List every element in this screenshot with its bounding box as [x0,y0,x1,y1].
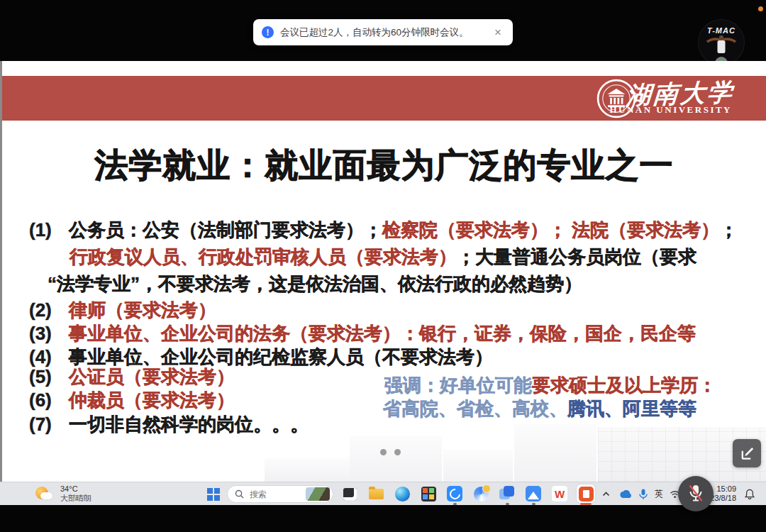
info-icon: ! [262,26,274,38]
close-icon[interactable]: × [492,25,504,40]
avatar-name: T-MAC [707,26,736,35]
app-icon-tencent-meeting[interactable] [445,484,464,503]
page-indicator-dot [380,449,387,455]
app-icon-docs[interactable] [498,484,516,503]
slide-banner: 湖南大学 HUNAN UNIVERSITY [2,76,766,121]
list-item: (3)事业单位、企业公司的法务（要求法考）：银行，证券，保险，国企，民企等 [29,321,696,346]
app-icon-mountain-app[interactable] [524,484,543,503]
emphasis-line: 省高院、省检、高校、腾讯、阿里等等 [383,397,696,421]
annotation-button[interactable] [733,439,761,467]
slide-title: 法学就业：就业面最为广泛的专业之一 [2,143,766,188]
building-watermark [350,436,442,482]
muted-mic-icon [687,484,704,504]
tray-onedrive-icon[interactable] [618,482,633,506]
app-icon-browser[interactable] [472,484,490,503]
list-item: (6)仲裁员（要求法考） [29,388,235,413]
weather-temp: 34°C [60,484,91,494]
list-item: (2)律师（要求法考） [29,298,216,323]
app-icon-wps[interactable]: W [550,484,569,503]
meeting-toast: ! 会议已超过2人，自动转为60分钟限时会议。 × [253,19,513,45]
app-icon-presentation-active[interactable] [577,484,595,503]
weather-icon [35,485,54,502]
screen: ! 会议已超过2人，自动转为60分钟限时会议。 × T-MAC 何宁的屏幕共享 [0,0,766,532]
search-icon [235,489,244,499]
list-item: “法学专业”，不要求法考，这是依法治国、依法行政的必然趋势） [48,272,582,297]
list-item: (7)一切非自然科学的岗位。。。 [29,412,309,437]
list-item: (5)公证员（要求法考） [29,365,235,389]
list-item: (1)公务员：公安（法制部门要求法考）；检察院（要求法考）； 法院（要求法考）； [29,218,738,243]
list-item: 行政复议人员、行政处罚审核人员（要求法考）；大量普通公务员岗位（要求 [70,245,696,270]
page-indicator-dot [394,449,401,455]
app-icon-store-grid[interactable] [419,484,438,503]
app-icon-file-explorer[interactable] [367,484,385,503]
taskbar-weather-widget[interactable]: 34°C 大部晴朗 [35,484,91,503]
weather-desc: 大部晴朗 [60,494,91,503]
emphasis-line: 强调：好单位可能要求硕士及以上学历： [384,373,716,398]
taskbar: 34°C 大部晴朗 W [0,482,766,505]
building-watermark [265,458,350,482]
pencil-annotate-icon [739,445,755,462]
player-figure-icon [705,35,738,56]
app-icon-task-view[interactable] [340,484,359,503]
tray-input-language[interactable]: 英 [653,482,665,506]
search-input[interactable] [248,489,306,500]
tray-notification-bell-icon[interactable] [743,482,756,506]
tray-chevron-up-icon[interactable] [600,482,611,506]
letterbox-bottom [0,505,766,532]
search-highlight-image[interactable] [306,487,330,501]
tray-mic-icon[interactable] [637,482,650,506]
start-button[interactable] [207,488,220,501]
app-icon-edge[interactable] [393,484,411,503]
meeting-mute-indicator[interactable] [678,476,714,511]
taskbar-search[interactable] [227,485,333,503]
university-name-en: HUNAN UNIVERSITY [609,104,732,116]
toast-message: 会议已超过2人，自动转为60分钟限时会议。 [280,26,492,39]
shared-slide: 湖南大学 HUNAN UNIVERSITY 法学就业：就业面最为广泛的专业之一 … [0,61,766,482]
building-watermark [514,424,596,482]
building-watermark [443,450,513,482]
status-dot [758,6,763,11]
